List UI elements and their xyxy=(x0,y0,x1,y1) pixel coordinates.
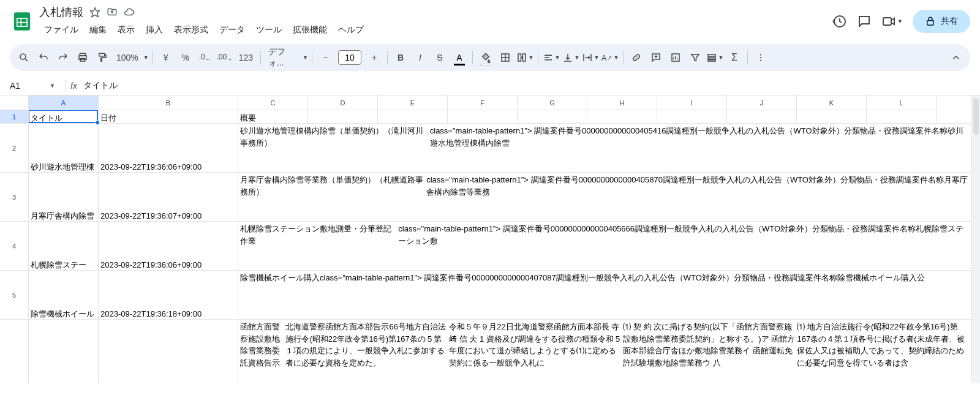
move-icon[interactable] xyxy=(107,7,118,18)
cell[interactable]: 砂川遊水地管理棟構内除雪（単価契約）（滝川河川事務所）class="main-t… xyxy=(238,124,971,173)
search-icon[interactable] xyxy=(15,48,33,67)
cell[interactable] xyxy=(99,320,238,383)
doc-title[interactable]: 入札情報 xyxy=(39,5,83,20)
col-header-E[interactable]: E xyxy=(378,96,448,110)
cell[interactable]: 2023-09-22T19:36:18+09:00 xyxy=(99,271,238,320)
meet-icon[interactable]: ▼ xyxy=(881,14,903,29)
cell[interactable]: 除雪機械ホイール購入class="main-table-pattern1"> 調… xyxy=(238,271,971,320)
text-color-button[interactable]: A xyxy=(450,48,469,67)
decrease-decimal-button[interactable]: .0← xyxy=(196,48,214,67)
spreadsheet-grid[interactable]: ABCDEFGHIJKL 12345 タイトル日付概要砂川遊水地管理棟2023-… xyxy=(0,96,980,383)
cell[interactable]: 札幌除雪ステー xyxy=(29,222,99,271)
more-formats-button[interactable]: 123 xyxy=(235,48,257,67)
col-header-G[interactable]: G xyxy=(518,96,587,110)
menu-extensions[interactable]: 拡張機能 xyxy=(288,22,332,38)
vertical-scrollbar[interactable] xyxy=(971,96,980,383)
share-button[interactable]: 共有 xyxy=(913,10,970,33)
sheets-logo[interactable] xyxy=(10,9,34,34)
row-header[interactable]: 3 xyxy=(0,173,29,222)
fill-handle[interactable] xyxy=(96,121,100,125)
col-header-C[interactable]: C xyxy=(238,96,308,110)
merge-button[interactable]: ▼ xyxy=(516,48,534,67)
cell[interactable] xyxy=(378,110,448,124)
zoom-select[interactable]: 100%▼ xyxy=(113,48,149,67)
cell[interactable]: 月寒庁舎構内除雪等業務（単価契約）（札幌道路事務所）class="main-ta… xyxy=(238,173,971,222)
fill-color-button[interactable] xyxy=(477,48,495,67)
comment-icon[interactable] xyxy=(857,14,872,29)
col-header-J[interactable]: J xyxy=(727,96,797,110)
filter-views-button[interactable]: ▼ xyxy=(706,48,724,67)
bold-button[interactable]: B xyxy=(391,48,410,67)
print-icon[interactable] xyxy=(74,48,92,67)
col-header-I[interactable]: I xyxy=(657,96,727,110)
row-header[interactable] xyxy=(0,320,29,383)
collapse-toolbar-button[interactable] xyxy=(947,48,965,67)
italic-button[interactable]: I xyxy=(411,48,429,67)
increase-decimal-button[interactable]: .00→ xyxy=(216,48,234,67)
cell[interactable]: 2023-09-22T19:36:07+09:00 xyxy=(99,173,238,222)
row-header[interactable]: 1 xyxy=(0,110,29,124)
formula-bar[interactable]: タイトル xyxy=(83,80,118,91)
cell[interactable]: 概要 xyxy=(238,110,308,124)
functions-button[interactable]: Σ xyxy=(725,48,744,67)
halign-button[interactable]: ▼ xyxy=(542,48,560,67)
col-header-B[interactable]: B xyxy=(99,96,238,110)
col-header-A[interactable]: A xyxy=(29,96,99,110)
cell[interactable]: 砂川遊水地管理棟 xyxy=(29,124,99,173)
cell[interactable]: 2023-09-22T19:36:06+09:00 xyxy=(99,222,238,271)
filter-button[interactable] xyxy=(686,48,704,67)
select-all-corner[interactable] xyxy=(0,96,29,110)
col-header-F[interactable]: F xyxy=(448,96,518,110)
cell[interactable]: 日付 xyxy=(99,110,238,124)
menu-help[interactable]: ヘルプ xyxy=(333,22,369,38)
cell[interactable]: 月寒庁舎構内除雪 xyxy=(29,173,99,222)
cell[interactable] xyxy=(448,110,518,124)
name-box[interactable]: A1▼ xyxy=(5,80,60,92)
cell[interactable] xyxy=(29,320,99,383)
redo-icon[interactable] xyxy=(54,48,72,67)
cell[interactable]: 札幌除雪ステーション敷地測量・分筆登記作業class="main-table-p… xyxy=(238,222,971,271)
cell[interactable] xyxy=(867,110,937,124)
row-header[interactable]: 2 xyxy=(0,124,29,173)
font-select[interactable]: デフォ...▼ xyxy=(265,48,308,67)
insert-comment-button[interactable] xyxy=(647,48,665,67)
col-header-H[interactable]: H xyxy=(587,96,657,110)
cell[interactable]: 函館方面警察施設敷地除雪業務委託資格告示北海道警察函館方面本部告示66号地方自治… xyxy=(238,320,971,383)
font-size-input[interactable]: 10 xyxy=(338,50,361,65)
undo-icon[interactable] xyxy=(34,48,53,67)
wrap-button[interactable]: ▼ xyxy=(581,48,600,67)
cell[interactable] xyxy=(308,110,378,124)
col-header-L[interactable]: L xyxy=(867,96,937,110)
menu-edit[interactable]: 編集 xyxy=(85,22,111,38)
currency-button[interactable]: ¥ xyxy=(157,48,175,67)
borders-button[interactable] xyxy=(496,48,514,67)
menu-tools[interactable]: ツール xyxy=(251,22,287,38)
cloud-icon[interactable] xyxy=(124,7,135,18)
menu-insert[interactable]: 挿入 xyxy=(141,22,168,38)
cell[interactable] xyxy=(727,110,797,124)
strike-button[interactable]: S xyxy=(431,48,449,67)
cell[interactable] xyxy=(587,110,657,124)
percent-button[interactable]: % xyxy=(176,48,195,67)
cell[interactable]: タイトル xyxy=(29,110,99,124)
decrease-font-button[interactable]: − xyxy=(316,48,334,67)
insert-chart-button[interactable] xyxy=(666,48,685,67)
cell[interactable]: 2023-09-22T19:36:06+09:00 xyxy=(99,124,238,173)
scrollbar-thumb[interactable] xyxy=(973,98,979,135)
history-icon[interactable] xyxy=(832,14,847,29)
cell[interactable] xyxy=(657,110,727,124)
col-header-D[interactable]: D xyxy=(308,96,378,110)
rotate-button[interactable]: A↗▼ xyxy=(601,48,619,67)
star-icon[interactable] xyxy=(89,7,100,18)
cell[interactable] xyxy=(518,110,587,124)
paint-format-icon[interactable] xyxy=(93,48,111,67)
menu-data[interactable]: データ xyxy=(214,22,250,38)
increase-font-button[interactable]: + xyxy=(365,48,383,67)
valign-button[interactable]: ▼ xyxy=(562,48,580,67)
link-button[interactable] xyxy=(627,48,646,67)
cell[interactable]: 除雪機械ホイール xyxy=(29,271,99,320)
cell[interactable] xyxy=(797,110,867,124)
row-header[interactable]: 4 xyxy=(0,222,29,271)
more-icon[interactable] xyxy=(752,48,770,67)
col-header-K[interactable]: K xyxy=(797,96,867,110)
